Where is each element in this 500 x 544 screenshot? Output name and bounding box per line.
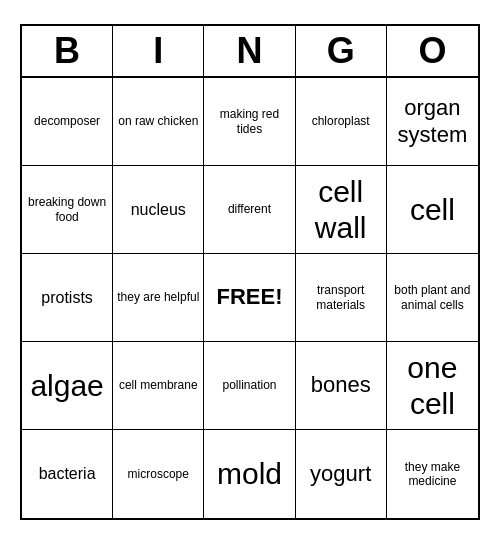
bingo-cell: they are helpful [113, 254, 204, 342]
header-letter: N [204, 26, 295, 76]
bingo-cell: chloroplast [296, 78, 387, 166]
cell-text: organ system [391, 95, 474, 148]
bingo-cell: bacteria [22, 430, 113, 518]
bingo-cell: transport materials [296, 254, 387, 342]
cell-text: protists [41, 288, 93, 307]
bingo-cell: protists [22, 254, 113, 342]
cell-text: breaking down food [26, 195, 108, 224]
bingo-cell: they make medicine [387, 430, 478, 518]
cell-text: mold [217, 456, 282, 492]
bingo-header: BINGO [22, 26, 478, 78]
cell-text: nucleus [131, 200, 186, 219]
bingo-cell: microscope [113, 430, 204, 518]
bingo-cell: yogurt [296, 430, 387, 518]
bingo-cell: mold [204, 430, 295, 518]
cell-text: one cell [391, 350, 474, 422]
bingo-cell: organ system [387, 78, 478, 166]
bingo-card: BINGO decomposeron raw chickenmaking red… [20, 24, 480, 520]
bingo-cell: nucleus [113, 166, 204, 254]
cell-text: bacteria [39, 464, 96, 483]
cell-text: algae [30, 368, 103, 404]
cell-text: decomposer [34, 114, 100, 128]
cell-text: cell [410, 192, 455, 228]
cell-text: they are helpful [117, 290, 199, 304]
bingo-cell: one cell [387, 342, 478, 430]
bingo-cell: bones [296, 342, 387, 430]
cell-text: transport materials [300, 283, 382, 312]
cell-text: cell membrane [119, 378, 198, 392]
bingo-cell: different [204, 166, 295, 254]
header-letter: B [22, 26, 113, 76]
bingo-cell: algae [22, 342, 113, 430]
bingo-cell: cell membrane [113, 342, 204, 430]
bingo-grid: decomposeron raw chickenmaking red tides… [22, 78, 478, 518]
header-letter: I [113, 26, 204, 76]
cell-text: on raw chicken [118, 114, 198, 128]
header-letter: G [296, 26, 387, 76]
cell-text: microscope [128, 467, 189, 481]
cell-text: they make medicine [391, 460, 474, 489]
cell-text: cell wall [300, 174, 382, 246]
cell-text: both plant and animal cells [391, 283, 474, 312]
header-letter: O [387, 26, 478, 76]
cell-text: bones [311, 372, 371, 398]
bingo-cell: both plant and animal cells [387, 254, 478, 342]
bingo-cell: cell [387, 166, 478, 254]
cell-text: yogurt [310, 461, 371, 487]
bingo-cell: on raw chicken [113, 78, 204, 166]
bingo-cell: cell wall [296, 166, 387, 254]
cell-text: different [228, 202, 271, 216]
bingo-cell: making red tides [204, 78, 295, 166]
bingo-cell: breaking down food [22, 166, 113, 254]
cell-text: chloroplast [312, 114, 370, 128]
cell-text: pollination [222, 378, 276, 392]
bingo-cell: pollination [204, 342, 295, 430]
bingo-cell: decomposer [22, 78, 113, 166]
cell-text: FREE! [216, 284, 282, 310]
cell-text: making red tides [208, 107, 290, 136]
bingo-cell: FREE! [204, 254, 295, 342]
